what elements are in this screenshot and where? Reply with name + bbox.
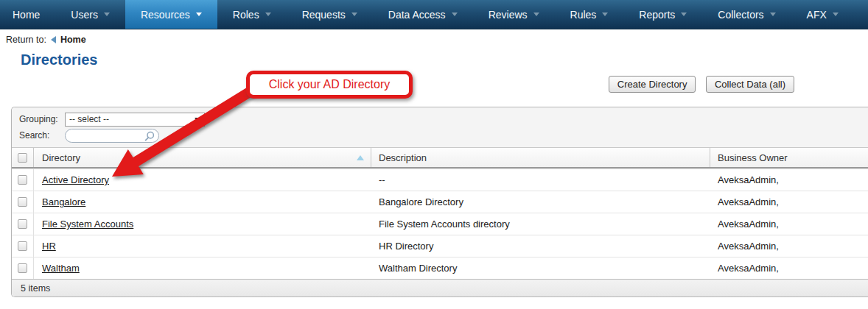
- return-to-label: Return to:: [6, 35, 46, 45]
- search-row: Search:: [19, 127, 868, 143]
- breadcrumb: Return to: Home: [0, 29, 868, 45]
- description-cell: File System Accounts directory: [371, 219, 710, 230]
- nav-item-reviews[interactable]: Reviews: [473, 0, 555, 29]
- row-checkbox[interactable]: [18, 219, 27, 229]
- nav-item-admin[interactable]: Admin: [854, 0, 868, 29]
- column-header-directory[interactable]: Directory: [34, 148, 371, 167]
- breadcrumb-home-link[interactable]: Home: [60, 35, 86, 45]
- chevron-down-icon: [351, 13, 357, 16]
- table-header-row: Directory Description Business Owner: [12, 148, 868, 168]
- page-title: Directories: [21, 52, 868, 68]
- nav-item-label: Requests: [302, 9, 346, 21]
- table-row: Active Directory -- AveksaAdmin,: [12, 168, 868, 191]
- select-caret-icon: [195, 118, 200, 121]
- business-owner-cell: AveksaAdmin,: [710, 263, 868, 274]
- row-checkbox[interactable]: [18, 175, 27, 185]
- item-count: 5 items: [21, 283, 50, 294]
- checkbox-cell: [12, 169, 34, 191]
- directory-link[interactable]: Active Directory: [42, 174, 109, 185]
- nav-item-label: Resources: [141, 9, 190, 21]
- column-header-business-owner[interactable]: Business Owner: [710, 148, 868, 167]
- nav-item-users[interactable]: Users: [55, 0, 125, 29]
- directory-link[interactable]: Waltham: [42, 263, 80, 274]
- business-owner-cell: AveksaAdmin,: [710, 196, 868, 207]
- row-checkbox[interactable]: [18, 263, 27, 273]
- directory-cell: Active Directory: [34, 174, 371, 185]
- nav-item-label: AFX: [807, 9, 827, 21]
- nav-item-data-access[interactable]: Data Access: [373, 0, 473, 29]
- directory-cell: Bangalore: [34, 196, 371, 207]
- chevron-down-icon: [452, 13, 458, 16]
- checkbox-cell: [12, 213, 34, 235]
- chevron-down-icon: [104, 13, 110, 16]
- description-cell: HR Directory: [371, 241, 710, 252]
- column-header-label: Description: [379, 152, 427, 163]
- checkbox-cell: [12, 235, 34, 257]
- grouping-selected-value: -- select --: [69, 114, 109, 124]
- column-header-label: Directory: [42, 152, 80, 163]
- column-header-label: Business Owner: [718, 152, 788, 163]
- table-toolbar: Grouping: -- select -- Search:: [12, 107, 868, 148]
- nav-item-afx[interactable]: AFX: [791, 0, 854, 29]
- nav-item-label: Reports: [639, 9, 675, 21]
- select-all-cell: [12, 148, 34, 167]
- row-checkbox[interactable]: [18, 241, 27, 251]
- nav-item-reports[interactable]: Reports: [623, 0, 702, 29]
- nav-item-label: Rules: [570, 9, 597, 21]
- business-owner-cell: AveksaAdmin,: [710, 241, 868, 252]
- create-directory-button[interactable]: Create Directory: [609, 76, 696, 93]
- business-owner-cell: AveksaAdmin,: [710, 219, 868, 230]
- nav-item-resources[interactable]: Resources: [125, 0, 217, 29]
- table-footer: 5 items: [12, 279, 868, 296]
- chevron-down-icon: [770, 13, 776, 16]
- nav-item-label: Collectors: [718, 9, 763, 21]
- nav-item-label: Home: [13, 9, 40, 21]
- directory-cell: HR: [34, 241, 371, 252]
- description-cell: Waltham Directory: [371, 263, 710, 274]
- annotation-callout: Click your AD Directory: [246, 71, 413, 99]
- directory-link[interactable]: HR: [42, 241, 56, 252]
- nav-item-roles[interactable]: Roles: [217, 0, 287, 29]
- nav-item-rules[interactable]: Rules: [555, 0, 624, 29]
- directories-page: Home Users Resources Roles Requests Data…: [0, 0, 868, 309]
- grouping-select[interactable]: -- select --: [65, 113, 205, 127]
- nav-item-label: Users: [71, 9, 98, 21]
- annotation-text: Click your AD Directory: [269, 78, 390, 91]
- back-arrow-icon: [51, 36, 56, 43]
- chevron-down-icon: [833, 13, 839, 16]
- table-row: HR HR Directory AveksaAdmin,: [12, 235, 868, 257]
- nav-item-home[interactable]: Home: [0, 0, 55, 29]
- top-nav: Home Users Resources Roles Requests Data…: [0, 0, 868, 29]
- description-cell: --: [371, 174, 710, 185]
- collect-data-all-button[interactable]: Collect Data (all): [706, 76, 794, 93]
- business-owner-cell: AveksaAdmin,: [710, 174, 868, 185]
- directories-panel: Grouping: -- select -- Search:: [11, 107, 868, 297]
- table-row: Bangalore Bangalore Directory AveksaAdmi…: [12, 191, 868, 213]
- directory-link[interactable]: File System Accounts: [42, 219, 133, 230]
- grouping-row: Grouping: -- select --: [19, 111, 868, 127]
- select-all-checkbox[interactable]: [18, 153, 27, 163]
- checkbox-cell: [12, 191, 34, 213]
- grouping-label: Grouping:: [19, 114, 65, 124]
- directory-cell: File System Accounts: [34, 219, 371, 230]
- chevron-down-icon: [602, 13, 608, 16]
- directory-link[interactable]: Bangalore: [42, 196, 85, 207]
- description-cell: Bangalore Directory: [371, 196, 710, 207]
- nav-item-label: Reviews: [489, 9, 528, 21]
- search-label: Search:: [19, 130, 65, 141]
- chevron-down-icon: [265, 13, 271, 16]
- column-header-description[interactable]: Description: [371, 148, 710, 167]
- chevron-down-icon: [196, 13, 202, 16]
- nav-item-label: Roles: [233, 9, 259, 21]
- directory-cell: Waltham: [34, 263, 371, 274]
- chevron-down-icon: [533, 13, 539, 16]
- row-checkbox[interactable]: [18, 197, 27, 207]
- table-row: File System Accounts File System Account…: [12, 213, 868, 235]
- checkbox-cell: [12, 258, 34, 279]
- nav-item-requests[interactable]: Requests: [287, 0, 373, 29]
- nav-item-collectors[interactable]: Collectors: [702, 0, 791, 29]
- search-magnifier-icon: [144, 131, 155, 143]
- nav-item-label: Data Access: [388, 9, 446, 21]
- table-row: Waltham Waltham Directory AveksaAdmin,: [12, 257, 868, 279]
- sort-ascending-icon: [357, 155, 364, 160]
